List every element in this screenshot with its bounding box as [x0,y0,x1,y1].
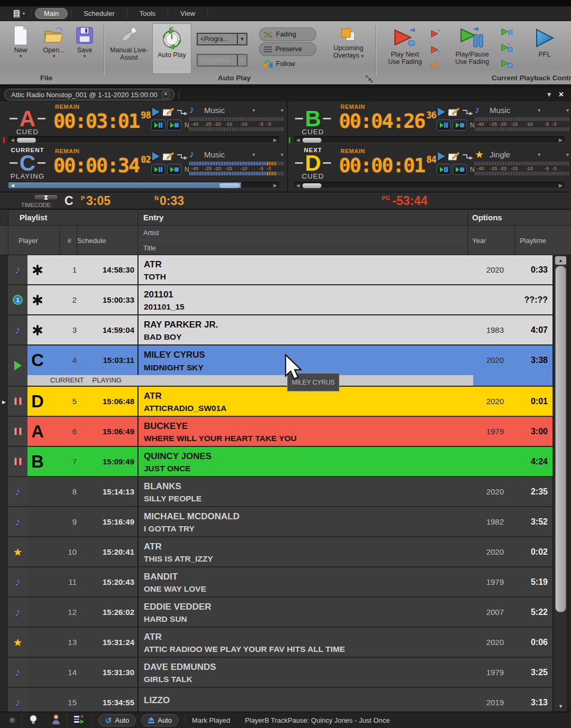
deck-caret-icon[interactable]: ▾ [252,152,255,157]
column-title[interactable]: Title [138,240,467,255]
deck-play-icon[interactable] [152,152,160,161]
panel-close-icon[interactable]: × [559,90,564,99]
menu-tab-main[interactable]: Main [35,8,68,19]
deck-caret-icon[interactable]: ▾ [281,152,283,157]
scroll-right-icon[interactable] [559,182,563,189]
play-pause-use-fading-button[interactable]: Play/Pause Use Fading [447,25,497,66]
playlist-row-14[interactable]: ♪ 14 15:31:30 DAVE EDMUNDS GIRLS TALK 19… [0,658,552,688]
playlist-scrollbar[interactable]: ▲ ▼ [552,255,567,712]
scroll-thumb[interactable] [302,138,321,143]
deck-play-stop-button[interactable] [453,119,467,130]
program-dropdown[interactable]: <Progra... ▼ [197,33,247,45]
playlist-row-7[interactable]: B 7 15:09:49 QUINCY JONES JUST ONCE 4:24 [0,447,552,477]
save-button[interactable]: Save ▾ [72,24,97,59]
play-cue-small-button[interactable] [501,43,513,52]
deck-fade-arrow-icon[interactable] [462,154,474,160]
scroll-left-icon[interactable] [11,182,14,189]
column-artist[interactable]: Artist [138,226,467,240]
scroll-up-icon[interactable]: ▲ [555,256,566,265]
playlist-row-2[interactable]: 1 2 15:00:33 201101 201101_15 ??:?? [0,285,552,315]
deck-play-icon[interactable] [152,108,160,116]
playlist-row-10[interactable]: ★ 10 15:20:41 ATR THIS IS ATR_IZZY 2020 … [0,537,552,567]
deck-scrollbar-A[interactable] [8,136,279,143]
deck-play-icon[interactable] [438,152,445,161]
playlist-row-1[interactable]: ♪ 1 14:58:30 ATR TOTH 2020 0:33 [0,255,552,285]
auto-eject-button[interactable]: Auto [141,714,179,726]
menu-tab-view[interactable]: View [171,8,204,19]
playlist-row-13[interactable]: ★ 13 15:31:24 ATR ATTIC RADIOO WE PLAY Y… [0,628,552,658]
deck-play-pause-button[interactable] [437,164,451,175]
order-dropdown[interactable]: Sequential ▼ [197,54,247,67]
play-next-small-button[interactable] [430,30,441,38]
deck-fade-arrow-icon[interactable] [177,154,188,160]
deck-caret-icon[interactable]: ▾ [566,107,569,113]
row-entry[interactable]: ATR THIS IS ATR_IZZY [137,537,472,566]
deck-edit-icon[interactable] [163,152,174,161]
dialog-launcher-icon[interactable] [366,75,373,82]
row-entry[interactable]: ATR ATTIC RADIOO WE PLAY YOUR FAV HITS A… [137,628,472,657]
playlist-row-12[interactable]: ♪ 12 15:26:02 EDDIE VEDDER HARD SUN 2007… [0,598,552,628]
follow-toggle[interactable]: Follow [259,57,316,71]
row-entry[interactable]: ATR TOTH [137,255,472,284]
row-entry[interactable]: MICHAEL MCDONALD I GOTTA TRY [137,507,472,536]
deck-play-stop-button[interactable] [167,164,181,175]
deck-edit-icon[interactable] [163,107,174,116]
auto-rotate-button[interactable]: ↺ Auto [98,714,136,726]
document-tab-close-icon[interactable]: × [162,91,170,99]
row-entry[interactable]: QUINCY JONES JUST ONCE [137,447,472,476]
deck-play-icon[interactable] [438,108,445,116]
preserve-toggle[interactable]: Preserve [259,42,316,56]
deck-edit-icon[interactable] [448,107,460,116]
timecode-toggle-button[interactable] [34,194,58,200]
playlist-row-9[interactable]: ♪ 9 15:16:49 MICHAEL MCDONALD I GOTTA TR… [0,507,552,537]
scroll-down-icon[interactable]: ▼ [555,702,566,711]
scroll-thumb[interactable] [302,183,321,188]
row-entry[interactable]: MILEY CYRUS MIDNIGHT SKY [137,346,472,375]
deck-caret-icon[interactable]: ▾ [566,152,569,157]
row-entry[interactable]: EDDIE VEDDER HARD SUN [137,598,472,627]
manual-live-assist-button[interactable]: Manual Live-Assist [109,24,149,62]
new-button[interactable]: New ▾ [6,24,35,59]
deck-caret-icon[interactable]: ▾ [538,152,540,157]
column-player[interactable]: Player [8,226,59,255]
column-year[interactable]: Year [467,226,515,255]
deck-edit-icon[interactable] [448,152,460,161]
scroll-thumb[interactable] [17,138,36,143]
row-entry[interactable]: DAVE EDMUNDS GIRLS TALK [137,658,472,687]
column-playtime[interactable]: Playtime [515,226,552,255]
hint-bulb-icon[interactable] [29,714,38,726]
row-entry[interactable]: BUCKEYE WHERE WILL YOUR HEART TAKE YOU [137,417,472,446]
row-entry[interactable]: 201101 201101_15 [137,285,472,314]
playlist-header[interactable]: Playlist [8,210,137,225]
playlist-row-3[interactable]: ♪ 3 14:59:04 RAY PARKER JR. BAD BOY 1983… [0,315,552,346]
deck-caret-icon[interactable]: ▾ [538,107,540,113]
upcoming-overlays-button[interactable]: Upcoming Overlays ▾ [326,29,371,60]
fading-toggle[interactable]: Fading [259,27,316,41]
scroll-right-icon[interactable] [273,182,277,189]
pfl-button[interactable]: PFL [523,25,566,58]
user-icon[interactable] [52,714,60,726]
open-button[interactable]: Open... ▾ [38,24,70,59]
play-next-alt-small-button[interactable] [430,45,441,54]
scroll-right-icon[interactable] [273,137,277,144]
scroll-right-icon[interactable] [559,137,563,144]
scrollbar-thumb[interactable] [555,266,566,612]
deck-fade-arrow-icon[interactable] [177,109,188,115]
play-next-use-fading-button[interactable]: Play Next Use Fading [382,25,428,66]
deck-scrollbar-D[interactable] [294,182,565,189]
deck-caret-icon[interactable]: ▾ [281,107,283,113]
auto-play-button[interactable]: Auto Play [152,23,191,74]
menu-tab-scheduler[interactable]: Scheduler [75,8,124,19]
deck-play-pause-button[interactable] [151,119,165,130]
application-menu-button[interactable]: ▾ [10,8,28,19]
tab-list-caret-icon[interactable]: ▼ [546,91,552,98]
playlist-row-4[interactable]: C 4 15:03:11 MILEY CYRUS MIDNIGHT SKY 20… [0,346,552,387]
column-schedule[interactable]: Schedule [77,226,137,255]
row-entry[interactable]: LIZZO [137,688,472,712]
play-stop-small-button[interactable] [501,59,513,68]
row-entry[interactable]: BANDIT ONE WAY LOVE [137,567,472,596]
options-header[interactable]: Options [467,210,571,225]
playlist-edit-icon[interactable] [73,715,85,726]
deck-play-stop-button[interactable] [453,164,467,175]
playlist-row-6[interactable]: A 6 15:06:49 BUCKEYE WHERE WILL YOUR HEA… [0,417,552,447]
